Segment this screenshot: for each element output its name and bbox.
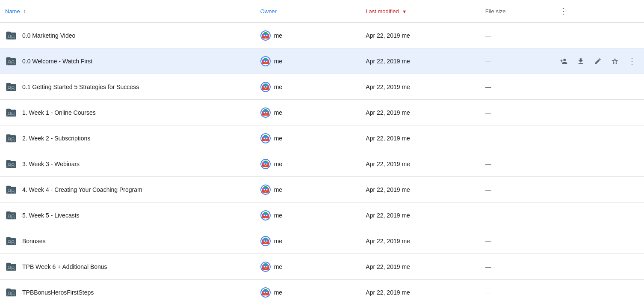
- owner-name: me: [274, 58, 282, 65]
- file-name: 0.1 Getting Started 5 Strategies for Suc…: [22, 83, 139, 90]
- size-cell: —: [480, 100, 552, 125]
- modified-date: Apr 22, 2019: [366, 32, 400, 39]
- header-more-button[interactable]: ⋮: [557, 4, 570, 18]
- file-size: —: [485, 109, 491, 116]
- svg-rect-46: [264, 135, 267, 137]
- svg-rect-79: [265, 217, 266, 218]
- folder-icon: [5, 30, 17, 42]
- avatar: [260, 185, 271, 195]
- svg-rect-9: [265, 37, 266, 38]
- actions-cell: ⋮: [552, 125, 644, 151]
- svg-point-38: [266, 112, 267, 113]
- svg-point-7: [263, 35, 265, 36]
- size-cell: —: [480, 48, 552, 74]
- folder-icon: [5, 158, 17, 170]
- file-name: TPBBonusHerosFirstSteps: [22, 289, 94, 296]
- modified-by: me: [402, 58, 410, 65]
- svg-rect-29: [265, 88, 266, 89]
- name-column-header[interactable]: Name ↑: [0, 0, 255, 23]
- table-row[interactable]: 5. Week 5 - Livecasts me Apr 22, 2019 me…: [0, 203, 644, 228]
- file-size: —: [485, 32, 491, 39]
- svg-rect-36: [264, 109, 267, 111]
- owner-column-header[interactable]: Owner: [255, 0, 361, 23]
- download-button[interactable]: [574, 54, 588, 68]
- modified-date: Apr 22, 2019: [366, 135, 400, 142]
- name-cell: 4. Week 4 - Creating Your Coaching Progr…: [0, 177, 255, 203]
- modified-cell: Apr 22, 2019 me: [360, 280, 480, 305]
- folder-icon: [5, 81, 17, 93]
- file-list: Name ↑ Owner Last modified ▼ File size ⋮: [0, 0, 644, 305]
- sort-arrow-icon: ↑: [23, 9, 26, 15]
- svg-rect-6: [264, 32, 267, 34]
- svg-point-8: [266, 35, 267, 36]
- name-cell: 3. Week 3 - Webinars: [0, 151, 255, 177]
- owner-cell: me: [255, 280, 361, 305]
- table-row[interactable]: 1. Week 1 - Online Courses me Apr 22, 20…: [0, 100, 644, 125]
- actions-cell: ⋮: [552, 177, 644, 203]
- avatar: [260, 287, 271, 298]
- modified-cell: Apr 22, 2019 me: [360, 228, 480, 254]
- table-row[interactable]: TPBBonusHerosFirstSteps me Apr 22, 2019 …: [0, 280, 644, 305]
- svg-point-27: [263, 86, 265, 87]
- modified-cell: Apr 22, 2019 me: [360, 254, 480, 280]
- modified-date: Apr 22, 2019: [366, 238, 400, 244]
- file-name: Bonuses: [22, 238, 45, 244]
- table-row[interactable]: 0.1 Getting Started 5 Strategies for Suc…: [0, 74, 644, 100]
- avatar: [260, 133, 271, 143]
- svg-point-107: [263, 292, 265, 293]
- modified-cell: Apr 22, 2019 me: [360, 48, 480, 74]
- folder-icon: [5, 184, 17, 196]
- modified-by: me: [402, 109, 410, 116]
- table-row[interactable]: 0.0 Marketing Video me Apr 22, 2019 me—: [0, 23, 644, 48]
- modified-cell: Apr 22, 2019 me: [360, 23, 480, 48]
- svg-point-88: [266, 240, 267, 241]
- modified-column-header[interactable]: Last modified ▼: [360, 0, 480, 23]
- name-cell: TPB Week 6 + Additional Bonus: [0, 254, 255, 280]
- modified-date: Apr 22, 2019: [366, 289, 400, 296]
- modified-label: Last modified: [366, 8, 399, 15]
- name-cell: 2. Week 2 - Subscriptions: [0, 125, 255, 151]
- modified-date: Apr 22, 2019: [366, 212, 400, 219]
- svg-rect-69: [265, 191, 266, 192]
- modified-date: Apr 22, 2019: [366, 263, 400, 270]
- table-row[interactable]: Bonuses me Apr 22, 2019 me—: [0, 228, 644, 254]
- svg-point-47: [263, 137, 265, 139]
- file-size: —: [485, 263, 491, 270]
- actions-cell: ⋮: [552, 151, 644, 177]
- table-row[interactable]: 2. Week 2 - Subscriptions me Apr 22, 201…: [0, 125, 644, 151]
- star-button[interactable]: [608, 54, 622, 68]
- owner-name: me: [274, 263, 282, 270]
- size-column-header: File size: [480, 0, 552, 23]
- avatar: [260, 236, 271, 246]
- owner-cell: me: [255, 125, 361, 151]
- owner-name: me: [274, 135, 282, 142]
- size-cell: —: [480, 23, 552, 48]
- svg-point-28: [266, 86, 267, 87]
- table-row[interactable]: 3. Week 3 - Webinars me Apr 22, 2019 me—: [0, 151, 644, 177]
- rename-button[interactable]: [591, 54, 605, 68]
- modified-by: me: [402, 83, 410, 90]
- modified-cell: Apr 22, 2019 me: [360, 100, 480, 125]
- table-row[interactable]: 0.0 Welcome - Watch First me Apr 22, 201…: [0, 48, 644, 74]
- modified-by: me: [402, 161, 410, 167]
- avatar: [260, 30, 271, 41]
- size-label: File size: [485, 8, 506, 15]
- actions-cell: ⋮: [552, 48, 644, 74]
- svg-rect-56: [264, 161, 267, 162]
- modified-date: Apr 22, 2019: [366, 83, 400, 90]
- svg-point-77: [263, 215, 265, 216]
- name-cell: 0.0 Marketing Video: [0, 23, 255, 48]
- svg-rect-89: [265, 242, 266, 243]
- add-person-button[interactable]: [557, 54, 570, 68]
- row-more-button[interactable]: ⋮: [625, 54, 639, 68]
- file-name: 3. Week 3 - Webinars: [22, 161, 80, 167]
- name-cell: 0.1 Getting Started 5 Strategies for Suc…: [0, 74, 255, 100]
- table-row[interactable]: 4. Week 4 - Creating Your Coaching Progr…: [0, 177, 644, 203]
- owner-cell: me: [255, 23, 361, 48]
- file-size: —: [485, 58, 491, 65]
- file-size: —: [485, 212, 491, 219]
- svg-rect-66: [264, 186, 267, 188]
- folder-icon: [5, 209, 17, 221]
- modified-date: Apr 22, 2019: [366, 109, 400, 116]
- table-row[interactable]: TPB Week 6 + Additional Bonus me Apr 22,…: [0, 254, 644, 280]
